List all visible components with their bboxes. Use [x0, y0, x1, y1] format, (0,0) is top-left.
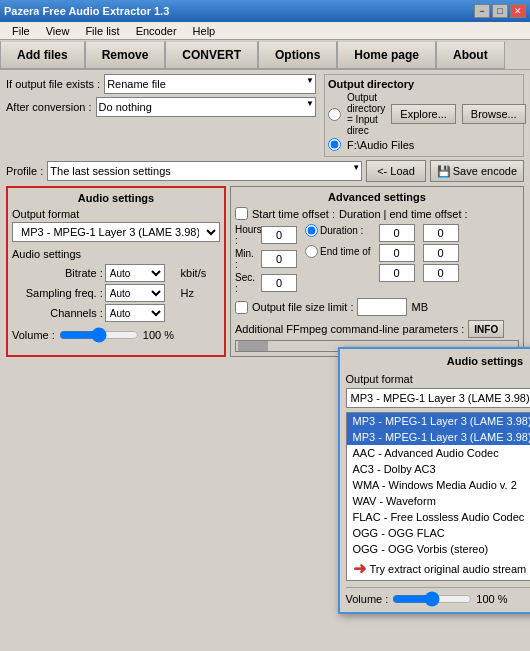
profile-select[interactable]: The last session settings	[47, 161, 362, 181]
advanced-settings-panel: Advanced settings Start time offset : Du…	[230, 186, 524, 357]
end-hours-input[interactable]	[423, 224, 459, 242]
audio-settings-sub-label: Audio settings	[12, 248, 220, 260]
dropdown-item-8[interactable]: OGG - OGG Vorbis (stereo)	[347, 541, 531, 557]
menu-file[interactable]: File	[4, 24, 38, 38]
start-sec-input[interactable]	[261, 274, 297, 292]
dropdown-item-7[interactable]: OGG - OGG FLAC	[347, 525, 531, 541]
if-output-exists-label: If output file exists :	[6, 78, 100, 90]
channels-label: Channels :	[12, 307, 103, 319]
save-button[interactable]: 💾 Save encode	[430, 160, 524, 182]
duration-end-label: Duration | end time offset :	[339, 208, 468, 220]
title-bar: Pazera Free Audio Extractor 1.3 − □ ✕	[0, 0, 530, 22]
advanced-settings-title: Advanced settings	[235, 191, 519, 203]
output-radio-custom-dir[interactable]	[328, 138, 341, 151]
start-time-offset-checkbox[interactable]	[235, 207, 248, 220]
menu-file-list[interactable]: File list	[77, 24, 127, 38]
output-dir-path: F:\Audio Files	[347, 139, 414, 151]
main-content: If output file exists : Rename file Afte…	[0, 70, 530, 361]
dur-hours-input[interactable]	[379, 224, 415, 242]
adv-sec-label: Sec. :	[235, 272, 259, 294]
remove-button[interactable]: Remove	[85, 41, 166, 69]
volume-slider[interactable]	[59, 328, 139, 342]
duration-radio-label: Duration :	[320, 225, 363, 236]
output-dir-label: Output directory	[328, 78, 520, 90]
bitrate-select[interactable]: Auto	[105, 264, 165, 282]
dropdown-item-6[interactable]: FLAC - Free Lossless Audio Codec	[347, 509, 531, 525]
adv-hours-label: Hours :	[235, 224, 259, 246]
end-time-radio-label: End time of	[320, 246, 371, 257]
maximize-button[interactable]: □	[492, 4, 508, 18]
end-sec-input[interactable]	[423, 264, 459, 282]
after-conversion-select[interactable]: Do nothing	[96, 97, 316, 117]
duration-radio[interactable]	[305, 224, 318, 237]
sampling-select[interactable]: Auto	[105, 284, 165, 302]
dropdown-item-0[interactable]: MP3 - MPEG-1 Layer 3 (LAME 3.98)	[347, 413, 531, 429]
add-files-button[interactable]: Add files	[0, 41, 85, 69]
dropdown-item-3[interactable]: AC3 - Dolby AC3	[347, 461, 531, 477]
end-time-radio[interactable]	[305, 245, 318, 258]
title-bar-buttons: − □ ✕	[474, 4, 526, 18]
audio-settings-panel: Audio settings Output format MP3 - MPEG-…	[6, 186, 226, 357]
ffmpeg-label: Additional FFmpeg command-line parameter…	[235, 323, 464, 335]
dropdown-popup: Audio settings Output format ▲ MP3 - MPE…	[338, 347, 531, 614]
file-size-checkbox[interactable]	[235, 301, 248, 314]
dur-sec-input[interactable]	[379, 264, 415, 282]
floppy-icon: 💾	[437, 165, 451, 178]
load-button[interactable]: <- Load	[366, 160, 426, 182]
toolbar: Add files Remove CONVERT Options Home pa…	[0, 40, 530, 70]
if-output-exists-select[interactable]: Rename file	[104, 74, 316, 94]
convert-button[interactable]: CONVERT	[165, 41, 258, 69]
output-format-select[interactable]: MP3 - MPEG-1 Layer 3 (LAME 3.98)	[12, 222, 220, 242]
minimize-button[interactable]: −	[474, 4, 490, 18]
start-hours-input[interactable]	[261, 226, 297, 244]
ffmpeg-row: Additional FFmpeg command-line parameter…	[235, 320, 519, 338]
popup-volume-slider[interactable]	[392, 592, 472, 606]
info-button[interactable]: INFO	[468, 320, 504, 338]
window-title: Pazera Free Audio Extractor 1.3	[4, 5, 169, 17]
time-limits-section: Start time offset : Duration | end time …	[235, 207, 519, 294]
sampling-unit: Hz	[181, 287, 220, 299]
arrow-icon: ➜	[353, 559, 366, 578]
file-size-unit: MB	[411, 301, 428, 313]
menu-help[interactable]: Help	[185, 24, 224, 38]
after-conversion-label: After conversion :	[6, 101, 92, 113]
adv-min-label: Min. :	[235, 248, 259, 270]
end-min-input[interactable]	[423, 244, 459, 262]
output-radio-input-dir[interactable]	[328, 108, 341, 121]
menu-encoder[interactable]: Encoder	[128, 24, 185, 38]
scroll-thumb	[238, 341, 268, 351]
popup-select-row: ▲	[346, 388, 531, 408]
panels: Audio settings Output format MP3 - MPEG-…	[6, 186, 524, 357]
dropdown-item-1[interactable]: MP3 - MPEG-1 Layer 3 (LAME 3.98)	[347, 429, 531, 445]
dur-min-input[interactable]	[379, 244, 415, 262]
dropdown-item-9[interactable]: ➜ Try extract original audio stream	[347, 557, 531, 580]
home-page-button[interactable]: Home page	[337, 41, 436, 69]
dropdown-item-5[interactable]: WAV - Waveform	[347, 493, 531, 509]
profile-row: Profile : The last session settings <- L…	[6, 160, 524, 182]
bitrate-label: Bitrate :	[12, 267, 103, 279]
start-min-input[interactable]	[261, 250, 297, 268]
volume-label: Volume :	[12, 329, 55, 341]
audio-settings-grid: Bitrate : Auto kbit/s Sampling freq. : A…	[12, 264, 220, 322]
volume-pct: 100 %	[143, 329, 174, 341]
menu-view[interactable]: View	[38, 24, 78, 38]
dropdown-list: MP3 - MPEG-1 Layer 3 (LAME 3.98) MP3 - M…	[346, 412, 531, 581]
about-button[interactable]: About	[436, 41, 505, 69]
popup-format-label: Output format	[346, 373, 531, 385]
close-button[interactable]: ✕	[510, 4, 526, 18]
browse-button[interactable]: Browse...	[462, 104, 526, 124]
menu-bar: File View File list Encoder Help	[0, 22, 530, 40]
output-radio-input-dir-label: Output directory = Input direc	[347, 92, 385, 136]
dropdown-item-4[interactable]: WMA - Windows Media Audio v. 2	[347, 477, 531, 493]
profile-label: Profile :	[6, 165, 43, 177]
dropdown-item-2[interactable]: AAC - Advanced Audio Codec	[347, 445, 531, 461]
channels-select[interactable]: Auto	[105, 304, 165, 322]
file-size-input[interactable]	[357, 298, 407, 316]
options-button[interactable]: Options	[258, 41, 337, 69]
popup-format-input[interactable]	[346, 388, 531, 408]
file-size-row: Output file size limit : MB	[235, 298, 519, 316]
file-size-label: Output file size limit :	[252, 301, 353, 313]
volume-row: Volume : 100 %	[12, 328, 220, 342]
explore-button[interactable]: Explore...	[391, 104, 455, 124]
audio-settings-title: Audio settings	[12, 192, 220, 204]
